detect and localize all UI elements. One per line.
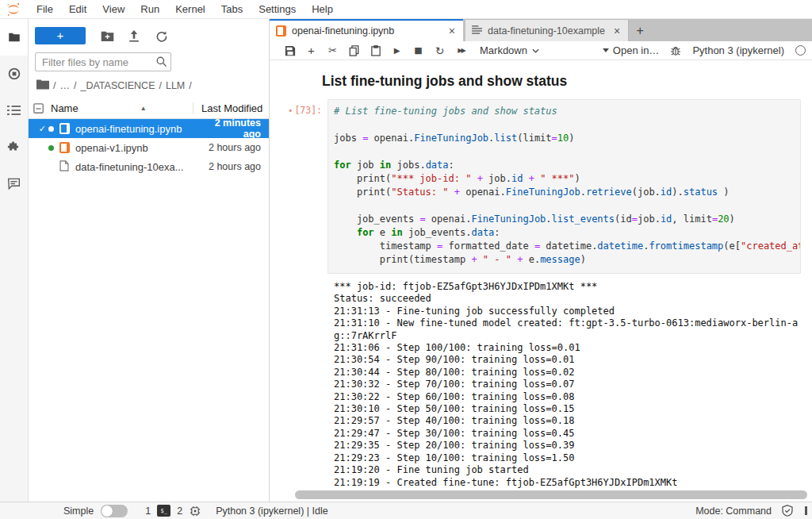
restart-run-all-button[interactable]: ▶▶ — [450, 43, 472, 59]
notebook-content: List fine-tuning jobs and show status •[… — [270, 60, 812, 502]
output-line: 21:29:47 - Step 30/100: training loss=0.… — [334, 428, 801, 440]
code-line — [334, 118, 800, 132]
clipped-status-item — [805, 506, 807, 515]
code-cell[interactable]: •[73]: # List fine-tuning jobs and show … — [270, 99, 801, 274]
breadcrumb-segment[interactable]: LLM — [166, 80, 185, 91]
kernel-chip-icon — [190, 506, 201, 517]
file-row[interactable]: ✓openai-finetuning.ipynb2 minutes ago — [29, 119, 269, 138]
menu-view[interactable]: View — [94, 3, 132, 15]
tab-data-finetuning-10example[interactable]: data-finetuning-10example× — [465, 19, 629, 41]
new-tab-button[interactable]: + — [629, 21, 651, 41]
jupyter-logo-icon — [6, 2, 21, 17]
cut-cells-button[interactable]: ✂ — [322, 43, 343, 59]
simple-mode-label: Simple — [63, 506, 94, 517]
sidebar-tab-extensions[interactable] — [0, 129, 28, 165]
menu-file[interactable]: File — [29, 3, 61, 15]
output-line: 21:19:19 - Created fine-tune: ftjob-EZ5a… — [334, 477, 801, 489]
code-line — [334, 199, 800, 213]
output-line: 21:31:10 - New fine-tuned model created:… — [334, 317, 801, 329]
file-row[interactable]: data-finetuning-10exa...2 hours ago — [29, 157, 269, 176]
notebook-file-icon — [276, 25, 286, 37]
breadcrumb-separator: / — [159, 80, 161, 91]
simple-mode-toggle[interactable] — [101, 505, 128, 517]
copy-cells-button[interactable] — [343, 43, 365, 59]
running-dot-icon — [48, 145, 54, 151]
menu-settings[interactable]: Settings — [251, 3, 304, 15]
horizontal-scrollbar[interactable] — [274, 490, 807, 499]
text-file-icon — [472, 25, 482, 37]
file-filter — [35, 52, 262, 71]
menu-run[interactable]: Run — [132, 3, 167, 15]
file-browser-panel: + / — [29, 19, 270, 502]
running-kernels-icon — [7, 67, 21, 81]
kernel-status-icon[interactable] — [795, 45, 806, 56]
trust-shield-icon[interactable] — [782, 505, 793, 517]
breadcrumb-separator: / — [53, 80, 56, 91]
add-cell-button[interactable]: + — [301, 43, 322, 59]
menu-help[interactable]: Help — [304, 3, 341, 15]
select-all-checkbox[interactable] — [33, 103, 44, 114]
toggle-knob — [102, 506, 113, 517]
terminals-count[interactable]: 1 — [145, 506, 151, 517]
output-line: 21:29:23 - Step 10/100: training loss=1.… — [334, 452, 801, 464]
file-name: data-finetuning-10exa... — [75, 161, 196, 173]
output-line: g::7rAKrrlF — [334, 330, 801, 342]
breadcrumb-separator: / — [189, 80, 191, 91]
scrollbar-thumb[interactable] — [295, 490, 807, 499]
output-line: 21:30:54 - Step 90/100: training loss=0.… — [334, 354, 801, 366]
close-icon[interactable]: × — [447, 25, 457, 37]
code-line: for job in jobs.data: — [334, 159, 800, 172]
restart-kernel-button[interactable]: ↻ — [429, 43, 450, 59]
code-line: jobs = openai.FineTuningJob.list(limit=1… — [334, 132, 800, 145]
mode-indicator[interactable]: Mode: Command — [695, 506, 772, 517]
interrupt-kernel-button[interactable]: ■ — [408, 43, 429, 59]
output-line: 21:19:20 - Fine tuning job started — [334, 464, 801, 476]
kernels-count[interactable]: 2 — [177, 506, 182, 517]
sidebar-tab-chat[interactable] — [0, 165, 28, 202]
cell-type-dropdown[interactable]: Markdown — [480, 44, 539, 56]
sidebar-tab-running-kernels[interactable] — [0, 56, 28, 92]
kernel-status-text[interactable]: Python 3 (ipykernel) | Idle — [216, 506, 328, 517]
upload-button[interactable] — [121, 27, 147, 44]
open-in-dropdown[interactable]: Open in… — [603, 44, 660, 56]
notebook-toolbar: + ✂ ▶ ■ ↻ ▶▶ Markdown — [270, 41, 812, 60]
markdown-heading[interactable]: List fine-tuning jobs and show status — [322, 73, 812, 90]
tab-label: openai-finetuning.ipynb — [292, 25, 394, 37]
breadcrumb-segment[interactable]: _DATASCIENCE — [80, 80, 155, 91]
execution-prompt: •[73]: — [270, 99, 327, 274]
column-header-name[interactable]: Name ▲ — [51, 102, 193, 114]
column-header-last-modified[interactable]: Last Modified — [193, 102, 269, 114]
file-filter-input[interactable] — [35, 52, 171, 71]
close-icon[interactable]: × — [612, 25, 622, 37]
run-cell-button[interactable]: ▶ — [386, 43, 408, 59]
folder-icon — [7, 30, 21, 44]
home-folder-icon[interactable] — [36, 79, 49, 92]
tab-label: data-finetuning-10example — [488, 25, 605, 37]
debugger-icon[interactable] — [670, 45, 681, 56]
list-icon — [7, 105, 21, 116]
code-editor[interactable]: # List fine-tuning jobs and show status … — [327, 99, 801, 274]
menu-edit[interactable]: Edit — [61, 3, 94, 15]
code-line: timestamp = formatted_date = datetime.da… — [334, 240, 800, 253]
cell-output: *** job-id: ftjob-EZ5afGpt3H6YJDxIPDm1XM… — [270, 281, 801, 489]
menu-tabs[interactable]: Tabs — [213, 3, 251, 15]
breadcrumb-ellipsis[interactable]: … — [59, 80, 70, 91]
save-button[interactable] — [279, 43, 301, 59]
sidebar-tab-file-browser[interactable] — [0, 19, 28, 56]
output-text: *** job-id: ftjob-EZ5afGpt3H6YJDxIPDm1XM… — [327, 281, 801, 489]
output-line: 21:31:13 - Fine-tuning job successfully … — [334, 306, 801, 317]
code-line: # List fine-tuning jobs and show status — [334, 105, 800, 118]
tab-openai-finetuning.ipynb[interactable]: openai-finetuning.ipynb× — [270, 19, 463, 41]
new-launcher-button[interactable]: + — [35, 27, 86, 44]
new-folder-button[interactable] — [94, 27, 121, 44]
kernel-name-button[interactable]: Python 3 (ipykernel) — [692, 44, 784, 56]
refresh-button[interactable] — [147, 27, 174, 44]
sort-ascending-icon: ▲ — [140, 105, 147, 112]
output-line: 21:30:44 - Step 80/100: training loss=0.… — [334, 367, 801, 379]
file-row[interactable]: openai-v1.ipynb2 hours ago — [29, 138, 269, 157]
menu-kernel[interactable]: Kernel — [167, 3, 213, 15]
file-modified: 2 hours ago — [196, 161, 269, 172]
sidebar-tab-table-of-contents[interactable] — [0, 92, 28, 129]
paste-cells-button[interactable] — [365, 43, 386, 59]
jupyterlab-window: FileEditViewRunKernelTabsSettingsHelp — [0, 0, 812, 519]
